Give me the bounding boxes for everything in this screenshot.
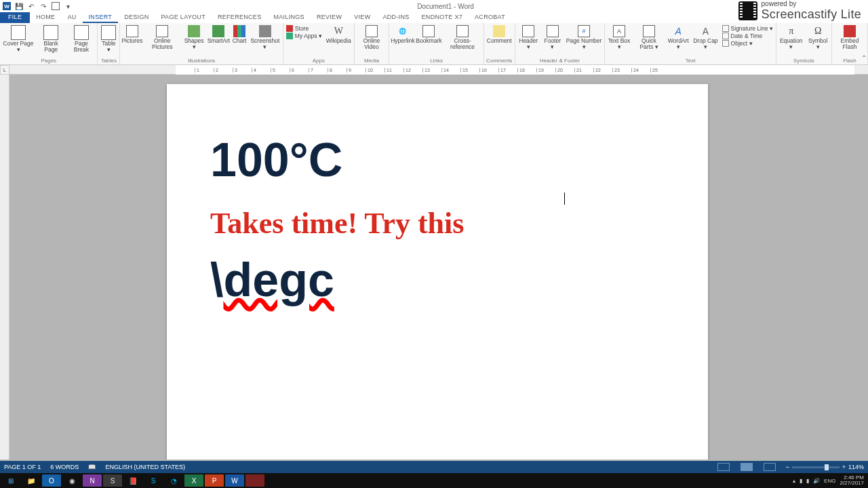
tab-au[interactable]: AU (61, 12, 82, 23)
film-icon (738, 1, 757, 20)
myapps-button[interactable]: My Apps ▾ (286, 33, 322, 39)
embed-flash-button[interactable]: Embed Flash (833, 24, 867, 51)
doc-line-2: Takes time! Try this (210, 206, 665, 241)
tray-battery-icon[interactable]: ▮ (800, 478, 802, 484)
document-area: 100°C Takes time! Try this \degc (9, 75, 868, 460)
pictures-button[interactable]: Pictures (121, 24, 143, 45)
tab-references[interactable]: REFERENCES (212, 12, 268, 23)
zoom-out-icon[interactable]: − (785, 464, 789, 470)
reader-icon[interactable]: 📕 (123, 474, 142, 487)
tab-design[interactable]: DESIGN (118, 12, 155, 23)
quickparts-button[interactable]: Quick Parts ▾ (633, 24, 666, 51)
sublime-icon[interactable]: S (103, 474, 122, 487)
equation-button[interactable]: πEquation ▾ (777, 24, 806, 51)
symbol-button[interactable]: ΩSymbol ▾ (806, 24, 831, 51)
tray-lang[interactable]: ENG (824, 478, 835, 484)
shapes-button[interactable]: Shapes ▾ (181, 24, 207, 51)
tab-addins[interactable]: ADD-INS (376, 12, 415, 23)
dropcap-button[interactable]: ADrop Cap ▾ (691, 24, 719, 51)
undo-icon[interactable]: ↶ (27, 2, 35, 10)
status-page[interactable]: PAGE 1 OF 1 (4, 464, 41, 470)
ruler-horizontal[interactable]: 1234567891011121314151617181920212223242… (9, 65, 868, 75)
save-icon[interactable]: 💾 (15, 2, 23, 10)
online-video-button[interactable]: Online Video (355, 24, 389, 51)
tab-endnote[interactable]: EndNote X7 (416, 12, 469, 23)
smartart-button[interactable]: SmartArt (207, 24, 231, 45)
taskbar: ⊞ 📁 O ◉ N S 📕 S ◔ X P W ▴ ▮ ▮ 🔊 ENG 2:46… (0, 473, 868, 488)
cover-page-button[interactable]: Cover Page ▾ (1, 24, 36, 54)
tray-up-icon[interactable]: ▴ (793, 478, 795, 484)
tab-acrobat[interactable]: ACROBAT (469, 12, 511, 23)
view-print-icon[interactable] (741, 463, 753, 471)
tray-network-icon[interactable]: ▮ (806, 478, 809, 484)
comment-button[interactable]: Comment (485, 24, 514, 45)
excel-icon[interactable]: X (184, 474, 203, 487)
powerpoint-icon[interactable]: P (205, 474, 224, 487)
word-icon: W (3, 2, 11, 10)
wikipedia-button[interactable]: WWikipedia (324, 24, 353, 45)
skype-icon[interactable]: S (144, 474, 163, 487)
zoom-level[interactable]: 114% (848, 464, 864, 470)
bookmark-button[interactable]: Bookmark (416, 24, 443, 45)
status-spellcheck-icon[interactable]: 📖 (88, 464, 96, 470)
outlook-icon[interactable]: O (42, 474, 61, 487)
datetime-button[interactable]: Date & Time (722, 33, 773, 39)
hyperlink-button[interactable]: 🌐Hyperlink (390, 24, 415, 45)
redo-icon[interactable]: ↷ (39, 2, 47, 10)
store-button[interactable]: Store (286, 25, 322, 32)
zoom-in-icon[interactable]: + (842, 464, 846, 470)
blank-page-button[interactable]: Blank Page (36, 24, 66, 54)
online-pictures-button[interactable]: Online Pictures (143, 24, 181, 51)
onenote-icon[interactable]: N (83, 474, 102, 487)
tab-file[interactable]: FILE (0, 12, 30, 23)
chart-button[interactable]: Chart (231, 24, 248, 45)
header-button[interactable]: Header ▾ (516, 24, 541, 51)
qat-more-icon[interactable]: ▾ (64, 2, 72, 10)
status-bar: PAGE 1 OF 1 6 WORDS 📖 ENGLISH (UNITED ST… (0, 461, 868, 473)
recording-icon[interactable] (245, 474, 264, 487)
group-label-text: Text (605, 58, 775, 64)
text-cursor (564, 192, 565, 205)
crossref-button[interactable]: Cross-reference (442, 24, 483, 51)
group-label-illus: Illustrations (120, 58, 282, 64)
ruler-vertical[interactable] (0, 75, 9, 460)
view-web-icon[interactable] (764, 463, 776, 471)
tray-volume-icon[interactable]: 🔊 (813, 478, 820, 484)
lync-icon[interactable]: ◔ (164, 474, 183, 487)
wordart-button[interactable]: AWordArt ▾ (665, 24, 691, 51)
start-button[interactable]: ⊞ (1, 474, 20, 487)
new-icon[interactable] (52, 2, 60, 10)
collapse-ribbon-icon[interactable]: ⌃ (861, 54, 867, 62)
group-label-comments: Comments (484, 58, 515, 64)
tab-view[interactable]: VIEW (348, 12, 376, 23)
group-illustrations: Pictures Online Pictures Shapes ▾ SmartA… (120, 23, 283, 64)
page[interactable]: 100°C Takes time! Try this \degc (167, 84, 708, 460)
signature-button[interactable]: Signature Line ▾ (722, 25, 773, 32)
tab-insert[interactable]: INSERT (83, 12, 119, 23)
screenshot-button[interactable]: Screenshot ▾ (248, 24, 282, 51)
status-language[interactable]: ENGLISH (UNITED STATES) (105, 464, 185, 470)
chrome-icon[interactable]: ◉ (62, 474, 81, 487)
tabstop-selector[interactable]: L (0, 65, 9, 75)
pagenumber-button[interactable]: #Page Number ▾ (564, 24, 604, 51)
footer-button[interactable]: Footer ▾ (541, 24, 564, 51)
table-button[interactable]: Table ▾ (98, 24, 119, 54)
window-title: Document1 - Word (72, 3, 819, 10)
textbox-button[interactable]: AText Box ▾ (606, 24, 632, 51)
page-break-button[interactable]: Page Break (66, 24, 96, 54)
tab-mailings[interactable]: MAILINGS (267, 12, 310, 23)
zoom-slider[interactable]: − + 114% (785, 464, 864, 470)
status-words[interactable]: 6 WORDS (50, 464, 79, 470)
overlay-line2: Screencastify Lite (762, 7, 861, 22)
explorer-icon[interactable]: 📁 (22, 474, 41, 487)
tray-clock[interactable]: 2:46 PM2/27/2017 (840, 475, 864, 486)
word-taskbar-icon[interactable]: W (225, 474, 244, 487)
tab-review[interactable]: REVIEW (311, 12, 348, 23)
view-read-icon[interactable] (717, 463, 730, 471)
tab-home[interactable]: HOME (30, 12, 61, 23)
group-tables: Table ▾ Tables (98, 23, 120, 64)
doc-line-1: 100°C (210, 133, 665, 187)
group-label-links: Links (389, 58, 484, 64)
tab-pagelayout[interactable]: PAGE LAYOUT (155, 12, 211, 23)
object-button[interactable]: Object ▾ (722, 40, 773, 47)
